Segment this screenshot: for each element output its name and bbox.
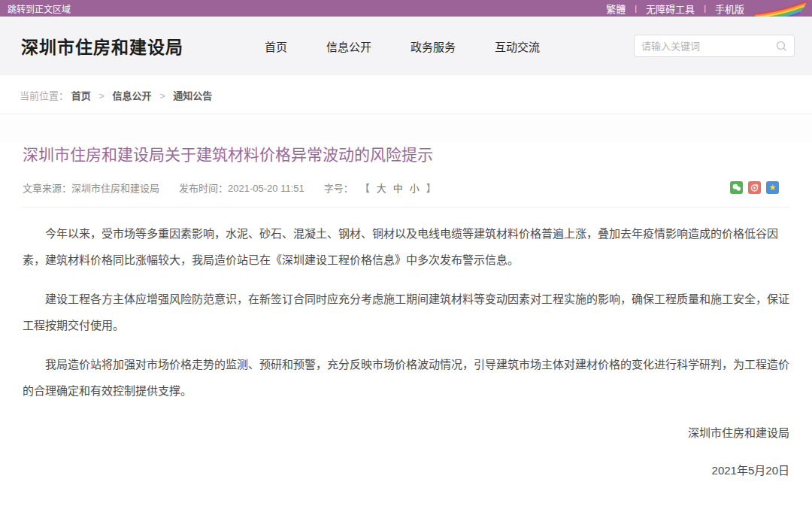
article-meta: 文章来源：深圳市住房和建设局 发布时间：2021-05-20 11:51 字号：… (23, 180, 789, 195)
breadcrumb-separator: > (159, 90, 165, 101)
article-title: 深圳市住房和建设局关于建筑材料价格异常波动的风险提示 (23, 142, 789, 165)
font-size-bracket: 】 (426, 180, 436, 195)
skip-to-content-link[interactable]: 跳转到正文区域 (8, 2, 71, 15)
paragraph: 今年以来，受市场等多重因素影响，水泥、砂石、混凝土、钢材、铜材以及电线电缆等建筑… (23, 220, 789, 273)
font-size-bracket: 【 (360, 180, 370, 195)
breadcrumb-info-disclosure[interactable]: 信息公开 (113, 90, 152, 101)
topbar-separator: | (635, 4, 637, 13)
traditional-chinese-link[interactable]: 繁體 (606, 2, 626, 16)
meta-divider (23, 207, 789, 208)
article-source: 文章来源：深圳市住房和建设局 (23, 180, 159, 195)
accessibility-tools-link[interactable]: 无障碍工具 (646, 2, 695, 16)
paragraph: 我局造价站将加强对市场价格走势的监测、预研和预警，充分反映市场价格波动情况，引导… (23, 351, 789, 404)
font-size-control: 字号： 【 大 中 小 】 (324, 180, 436, 195)
weibo-share-icon[interactable] (748, 181, 761, 194)
nav-info-disclosure[interactable]: 信息公开 (326, 38, 371, 54)
font-size-medium[interactable]: 中 (393, 180, 403, 195)
nav-home[interactable]: 首页 (265, 38, 287, 54)
breadcrumb: 当前位置： 首页 > 信息公开 > 通知公告 (0, 75, 812, 114)
breadcrumb-notices[interactable]: 通知公告 (173, 90, 212, 101)
article-content: 深圳市住房和建设局关于建筑材料价格异常波动的风险提示 文章来源：深圳市住房和建设… (0, 142, 812, 512)
breadcrumb-separator: > (98, 90, 105, 101)
signature-agency: 深圳市住房和建设局 (23, 424, 789, 440)
main-nav: 首页 信息公开 政务服务 互动交流 (265, 38, 540, 54)
font-size-large[interactable]: 大 (377, 180, 386, 195)
share-buttons: ★ (730, 181, 789, 194)
qzone-share-icon[interactable]: ★ (766, 181, 779, 194)
font-size-small[interactable]: 小 (410, 180, 420, 195)
search-input[interactable] (641, 41, 776, 52)
breadcrumb-label: 当前位置： (20, 90, 68, 101)
nav-interaction[interactable]: 互动交流 (495, 38, 540, 54)
topbar-links: 繁體 | 无障碍工具 | 手机版 (606, 2, 744, 16)
mobile-version-link[interactable]: 手机版 (715, 2, 744, 16)
article-body: 今年以来，受市场等多重因素影响，水泥、砂石、混凝土、钢材、铜材以及电线电缆等建筑… (23, 220, 789, 404)
nav-government-services[interactable]: 政务服务 (411, 38, 456, 54)
wechat-share-icon[interactable] (730, 181, 743, 194)
publish-time: 发布时间：2021-05-20 11:51 (179, 180, 304, 195)
signature-date: 2021年5月20日 (23, 462, 789, 477)
site-title: 深圳市住房和建设局 (21, 33, 183, 59)
paragraph: 建设工程各方主体应增强风险防范意识，在新签订合同时应充分考虑施工期间建筑材料等变… (23, 286, 789, 338)
site-header: 深圳市住房和建设局 首页 信息公开 政务服务 互动交流 (0, 17, 812, 75)
search-icon[interactable] (776, 41, 787, 52)
breadcrumb-home[interactable]: 首页 (71, 90, 91, 101)
topbar-separator: | (704, 4, 706, 13)
rainbow-logo-icon[interactable] (752, 0, 810, 17)
top-utility-bar: 跳转到正文区域 繁體 | 无障碍工具 | 手机版 (0, 0, 812, 17)
search-box (634, 35, 795, 57)
